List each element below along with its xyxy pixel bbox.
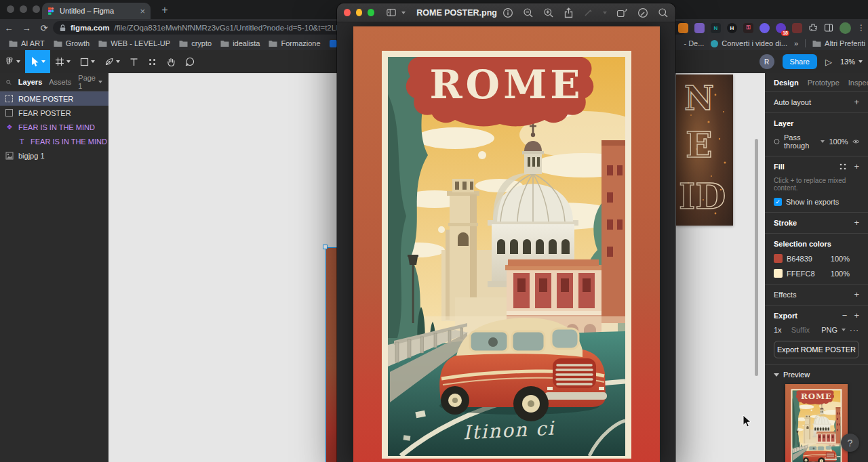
close-window-button[interactable] (344, 9, 351, 16)
visibility-eye-icon[interactable] (852, 138, 859, 145)
ext-purple-icon[interactable] (694, 23, 705, 33)
canvas-scrollbar[interactable] (755, 139, 758, 376)
annotate-icon[interactable] (637, 7, 648, 18)
add-stroke-button[interactable]: + (854, 219, 859, 226)
markup-pen-icon[interactable] (583, 7, 593, 18)
ext-circle-icon[interactable] (760, 23, 770, 33)
bookmark-web-level-up[interactable]: WEB - LEVEL-UP (98, 39, 170, 47)
help-button[interactable]: ? (841, 434, 859, 452)
bookmark-converti[interactable]: Converti i video di... (711, 39, 787, 47)
bookmark-idealista[interactable]: idealista (220, 39, 260, 47)
tab-assets[interactable]: Assets (49, 78, 71, 86)
export-rome-poster-button[interactable]: Export ROME POSTER (774, 341, 859, 358)
color-swatch[interactable] (774, 269, 783, 278)
sidebar-toggle-icon[interactable] (387, 8, 396, 17)
add-effect-button[interactable]: + (854, 291, 859, 298)
remove-export-button[interactable]: − (842, 312, 848, 319)
quicklook-window[interactable]: ROME POSTER.png (337, 3, 675, 462)
ext-badge-icon[interactable]: 18 (776, 23, 786, 33)
tab-inspect[interactable]: Inspect (848, 79, 868, 87)
resources-tool[interactable] (143, 50, 161, 73)
minimize-window-button[interactable] (356, 9, 363, 16)
zoom-in-icon[interactable] (543, 7, 554, 18)
ext-maroon-icon[interactable] (792, 23, 802, 33)
browser-menu-icon[interactable]: ⋮ (857, 23, 865, 33)
ext-h-icon[interactable]: H (727, 23, 737, 33)
add-export-button[interactable]: + (854, 312, 859, 319)
share-button[interactable]: Share (783, 54, 817, 69)
export-format[interactable]: PNG (821, 326, 837, 334)
blend-mode-value[interactable]: Pass through (784, 133, 816, 150)
comment-tool[interactable] (180, 50, 199, 73)
ext-metamask-icon[interactable] (678, 23, 688, 33)
selection-color-row[interactable]: B64839 100% (774, 254, 859, 263)
show-in-exports-checkbox[interactable]: ✓ (774, 198, 782, 206)
extensions-puzzle-icon[interactable] (808, 23, 818, 33)
styles-icon[interactable] (839, 163, 847, 171)
bookmarks-overflow-icon[interactable]: » (794, 39, 798, 47)
browser-tab[interactable]: Untitled – Figma × (42, 3, 151, 19)
sidebar-chevron-icon[interactable] (401, 12, 406, 14)
info-icon[interactable] (502, 7, 513, 18)
present-icon[interactable]: ▷ (825, 57, 832, 67)
color-opacity[interactable]: 100% (831, 270, 850, 278)
layer-row-rome-poster[interactable]: ROME POSTER (0, 91, 108, 106)
share-icon[interactable] (564, 7, 574, 18)
page-selector[interactable]: Page 1 (78, 74, 102, 90)
figma-main-menu[interactable] (0, 50, 25, 73)
tab-design[interactable]: Design (774, 79, 799, 87)
split-view-icon[interactable] (824, 23, 833, 33)
bookmark-de[interactable]: - De... (684, 39, 704, 47)
search-icon[interactable] (6, 79, 12, 86)
rome-poster-canvas-object-selected[interactable] (326, 247, 337, 462)
export-suffix-input[interactable]: Suffix (791, 326, 810, 334)
tab-close-icon[interactable]: × (140, 7, 145, 16)
reload-icon[interactable]: ⟳ (35, 23, 53, 33)
color-hex[interactable]: FFEFC8 (787, 270, 815, 278)
forward-icon[interactable]: → (18, 23, 35, 33)
zoom-control[interactable]: 13% (840, 58, 863, 66)
move-tool[interactable] (25, 50, 50, 73)
frame-tool[interactable] (50, 50, 75, 73)
bookmark-growth[interactable]: Growth (54, 39, 90, 47)
add-fill-button[interactable]: + (854, 163, 859, 170)
layer-row-bigjpg[interactable]: bigjpg 1 (0, 148, 108, 163)
bookmark-altri-preferiti[interactable]: Altri Preferiti (812, 39, 865, 47)
tab-layers[interactable]: Layers (18, 78, 42, 86)
preview-section-header[interactable]: Preview (765, 365, 868, 381)
zoom-out-icon[interactable] (523, 7, 534, 18)
hand-tool[interactable] (161, 50, 180, 73)
ext-key-icon[interactable]: ⚿ (743, 23, 753, 33)
layer-row-fear-poster[interactable]: FEAR POSTER (0, 106, 108, 120)
browser-window-controls[interactable] (7, 5, 40, 13)
shape-tool[interactable] (75, 50, 100, 73)
layer-row-fear-component[interactable]: ❖ FEAR IS IN THE MIND (0, 120, 108, 134)
tab-prototype[interactable]: Prototype (808, 79, 840, 87)
ext-n-icon[interactable]: N (711, 23, 721, 33)
color-swatch[interactable] (774, 254, 783, 263)
color-hex[interactable]: B64839 (787, 255, 812, 263)
selection-color-row[interactable]: FFEFC8 100% (774, 269, 859, 278)
profile-avatar[interactable] (840, 22, 851, 34)
bookmark-ai-art[interactable]: AI ART (9, 39, 45, 47)
new-tab-button[interactable]: + (157, 3, 172, 18)
selection-handle[interactable] (323, 245, 328, 249)
user-avatar[interactable]: R (760, 54, 774, 69)
search-icon[interactable] (658, 7, 669, 18)
rotate-icon[interactable] (616, 7, 628, 18)
export-scale[interactable]: 1x (774, 326, 782, 334)
bookmark-formazione[interactable]: Formazione (269, 39, 320, 47)
blend-mode-icon[interactable] (774, 138, 780, 146)
pen-tool[interactable] (100, 50, 125, 73)
layer-row-fear-text[interactable]: T FEAR IS IN THE MIND (0, 134, 108, 148)
fear-poster-canvas-object[interactable]: N E ID (676, 75, 733, 226)
bookmark-crypto[interactable]: crypto (179, 39, 212, 47)
layer-opacity[interactable]: 100% (829, 138, 848, 146)
add-auto-layout-button[interactable]: + (854, 99, 859, 106)
back-icon[interactable]: ← (0, 23, 18, 33)
color-opacity[interactable]: 100% (831, 255, 850, 263)
quicklook-titlebar[interactable]: ROME POSTER.png (337, 3, 675, 22)
markup-chevron-icon[interactable] (603, 12, 607, 14)
export-more-icon[interactable]: ··· (850, 326, 859, 334)
zoom-window-button[interactable] (368, 9, 374, 16)
